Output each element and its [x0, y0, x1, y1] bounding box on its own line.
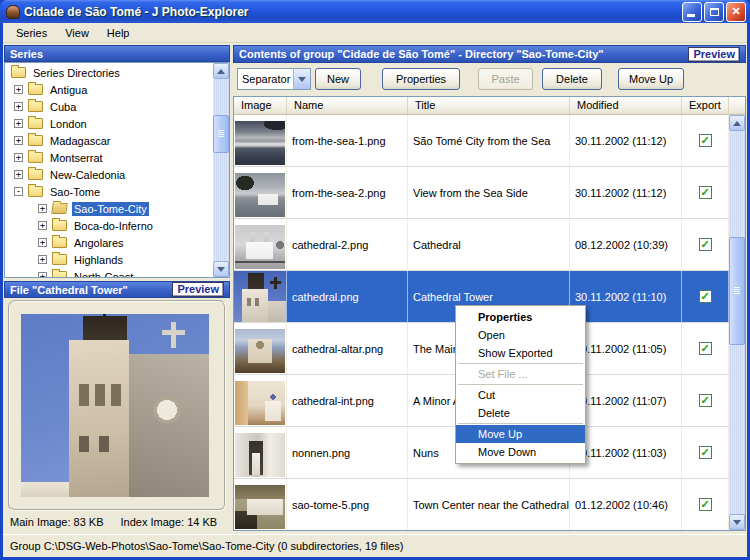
- export-checkbox[interactable]: ✓: [699, 394, 712, 407]
- scrollbar-thumb[interactable]: [213, 115, 229, 153]
- thumbnail[interactable]: [235, 433, 285, 477]
- thumbnail[interactable]: [235, 121, 285, 165]
- tree-item-north-coast[interactable]: + North-Coast: [5, 268, 213, 278]
- cell-modified: 30.11.2002 (11:07): [570, 375, 682, 426]
- status-text: Group C:\DSG-Web-Photos\Sao-Tome\Sao-Tom…: [10, 540, 404, 552]
- menu-item-show-exported[interactable]: Show Exported: [456, 344, 585, 362]
- expander-plus-icon[interactable]: +: [14, 153, 23, 162]
- menu-item-cut[interactable]: Cut: [456, 386, 585, 404]
- tree-item-sao-tome[interactable]: - Sao-Tome: [5, 183, 213, 200]
- scroll-up-button[interactable]: [213, 63, 229, 79]
- export-checkbox[interactable]: ✓: [699, 238, 712, 251]
- menu-series[interactable]: Series: [7, 25, 56, 41]
- column-header-image[interactable]: Image: [234, 97, 287, 114]
- export-checkbox[interactable]: ✓: [699, 134, 712, 147]
- table-row[interactable]: from-the-sea-1.png São Tomé City from th…: [234, 115, 729, 167]
- menu-item-move-down[interactable]: Move Down: [456, 443, 585, 461]
- thumbnail[interactable]: [235, 381, 285, 425]
- thumbnail[interactable]: [235, 485, 285, 529]
- menu-item-properties[interactable]: Properties: [456, 308, 585, 326]
- column-header-title[interactable]: Title: [408, 97, 570, 114]
- tree-scrollbar[interactable]: [213, 63, 229, 277]
- delete-button[interactable]: Delete: [542, 68, 602, 90]
- menu-help[interactable]: Help: [98, 25, 139, 41]
- tree-item-madagascar[interactable]: + Madagascar: [5, 132, 213, 149]
- tree-item-label: Montserrat: [48, 151, 105, 165]
- paste-button: Paste: [478, 68, 533, 90]
- cell-modified: 30.11.2002 (11:12): [570, 167, 682, 218]
- tree-item-label: North-Coast: [72, 270, 135, 279]
- properties-button[interactable]: Properties: [382, 68, 460, 90]
- table-scrollbar[interactable]: [729, 115, 745, 530]
- title-bar[interactable]: Cidade de São Tomé - J Photo-Explorer ✕: [0, 0, 750, 23]
- menu-item-delete[interactable]: Delete: [456, 404, 585, 422]
- app-window: Cidade de São Tomé - J Photo-Explorer ✕ …: [0, 0, 750, 560]
- folder-icon: [28, 152, 43, 163]
- thumbnail[interactable]: [234, 271, 286, 322]
- tree-item-cuba[interactable]: + Cuba: [5, 98, 213, 115]
- tree-item-london[interactable]: + London: [5, 115, 213, 132]
- export-checkbox[interactable]: ✓: [699, 498, 712, 511]
- tree-item-new-caledonia[interactable]: + New-Caledonia: [5, 166, 213, 183]
- menu-item-move-up[interactable]: Move Up: [456, 425, 585, 443]
- tree-item-antigua[interactable]: + Antigua: [5, 81, 213, 98]
- image-size-info: Main Image: 83 KB Index Image: 14 KB: [10, 516, 230, 528]
- table-row[interactable]: sao-tome-5.png Town Center near the Cath…: [234, 479, 729, 531]
- scrollbar-thumb[interactable]: [729, 237, 745, 345]
- maximize-button[interactable]: [704, 2, 724, 22]
- tree-item-label: New-Caledonia: [48, 168, 127, 182]
- thumbnail[interactable]: [235, 173, 285, 217]
- expander-plus-icon[interactable]: +: [38, 272, 47, 278]
- export-checkbox[interactable]: ✓: [699, 290, 712, 303]
- column-header-name[interactable]: Name: [287, 97, 408, 114]
- expander-plus-icon[interactable]: +: [38, 204, 47, 213]
- tree-item-label: Boca-do-Inferno: [72, 219, 155, 233]
- tree-item-label-selected: Sao-Tome-City: [72, 202, 149, 216]
- export-checkbox[interactable]: ✓: [699, 186, 712, 199]
- expander-minus-icon[interactable]: -: [14, 187, 23, 196]
- cell-modified: 01.12.2002 (10:46): [570, 479, 682, 530]
- tree-item-angolares[interactable]: + Angolares: [5, 234, 213, 251]
- contents-preview-button[interactable]: Preview: [688, 47, 740, 62]
- export-checkbox[interactable]: ✓: [699, 446, 712, 459]
- expander-plus-icon[interactable]: +: [38, 221, 47, 230]
- expander-plus-icon[interactable]: +: [14, 85, 23, 94]
- expander-plus-icon[interactable]: +: [14, 102, 23, 111]
- expander-plus-icon[interactable]: +: [14, 170, 23, 179]
- thumbnail[interactable]: [235, 225, 285, 269]
- tree-item-label: Cuba: [48, 100, 78, 114]
- export-checkbox[interactable]: ✓: [699, 342, 712, 355]
- separator-dropdown[interactable]: Separator: [237, 68, 311, 90]
- close-button[interactable]: ✕: [726, 2, 746, 22]
- menu-item-open[interactable]: Open: [456, 326, 585, 344]
- menu-view[interactable]: View: [56, 25, 98, 41]
- file-preview-button[interactable]: Preview: [172, 282, 224, 297]
- scroll-down-button[interactable]: [213, 261, 229, 277]
- scroll-down-button[interactable]: [729, 514, 745, 530]
- cell-title: Cathedral: [408, 219, 570, 270]
- tree-item-montserrat[interactable]: + Montserrat: [5, 149, 213, 166]
- expander-plus-icon[interactable]: +: [38, 238, 47, 247]
- expander-plus-icon[interactable]: +: [14, 119, 23, 128]
- cell-modified: 30.11.2002 (11:03): [570, 427, 682, 478]
- column-header-modified[interactable]: Modified: [570, 97, 682, 114]
- cell-name: from-the-sea-1.png: [287, 115, 408, 166]
- tree-item-sao-tome-city[interactable]: + Sao-Tome-City: [5, 200, 213, 217]
- expander-plus-icon[interactable]: +: [14, 136, 23, 145]
- dropdown-button[interactable]: [293, 69, 310, 89]
- app-icon: [6, 5, 20, 19]
- table-row[interactable]: cathedral-2.png Cathedral 08.12.2002 (10…: [234, 219, 729, 271]
- column-header-export[interactable]: Export: [682, 97, 729, 114]
- main-image-size: Main Image: 83 KB: [10, 516, 104, 528]
- minimize-button[interactable]: [682, 2, 702, 22]
- tree-item-boca-do-inferno[interactable]: + Boca-do-Inferno: [5, 217, 213, 234]
- expander-plus-icon[interactable]: +: [38, 255, 47, 264]
- tree-item-highlands[interactable]: + Highlands: [5, 251, 213, 268]
- table-row[interactable]: from-the-sea-2.png View from the Sea Sid…: [234, 167, 729, 219]
- scroll-up-button[interactable]: [729, 115, 745, 131]
- tree-item-series-directories[interactable]: Series Directories: [5, 64, 213, 81]
- new-button[interactable]: New: [315, 68, 361, 90]
- arrow-down-icon: [733, 520, 741, 525]
- thumbnail[interactable]: [235, 329, 285, 373]
- move-up-button[interactable]: Move Up: [618, 68, 684, 90]
